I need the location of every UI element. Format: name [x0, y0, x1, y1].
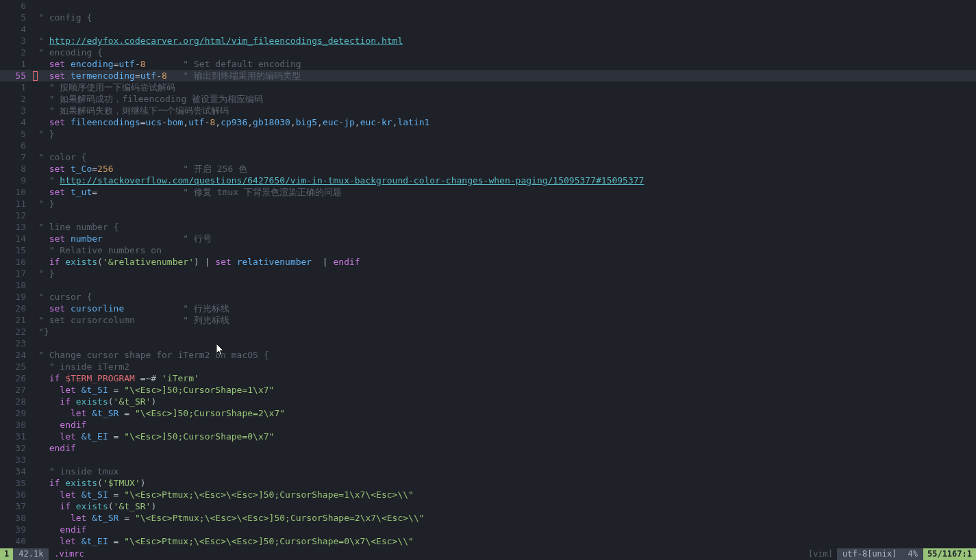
code-content[interactable]: set t_ut= " 修复 tmux 下背景色渲染正确的问题	[38, 186, 976, 198]
code-line[interactable]: 10 set t_ut= " 修复 tmux 下背景色渲染正确的问题	[0, 186, 976, 198]
code-line[interactable]: 12	[0, 209, 976, 221]
code-content[interactable]: set t_Co=256 " 开启 256 色	[38, 163, 976, 175]
code-content[interactable]: set number " 行号	[38, 233, 976, 244]
code-line[interactable]: 13" line number {	[0, 221, 976, 233]
code-line[interactable]: 39 endif	[0, 524, 976, 535]
code-content[interactable]: endif	[38, 442, 976, 454]
code-line[interactable]: 3" http://edyfox.codecarver.org/html/vim…	[0, 35, 976, 47]
code-content[interactable]: " line number {	[38, 221, 976, 233]
code-content[interactable]: let &t_SI = "\<Esc>]50;CursorShape=1\x7"	[38, 384, 976, 396]
code-content[interactable]: let &t_EI = "\<Esc>Ptmux;\<Esc>\<Esc>]50…	[38, 535, 976, 547]
code-line[interactable]: 5" }	[0, 128, 976, 140]
code-line[interactable]: 55 set termencoding=utf-8 " 输出到终端采用的编码类型	[0, 70, 976, 81]
editor[interactable]: 65" config {43" http://edyfox.codecarver…	[0, 0, 976, 560]
code-line[interactable]: 31 let &t_EI = "\<Esc>]50;CursorShape=0\…	[0, 431, 976, 442]
code-line[interactable]: 38 let &t_SR = "\<Esc>Ptmux;\<Esc>\<Esc>…	[0, 512, 976, 524]
code-content[interactable]: " }	[38, 268, 976, 279]
code-area[interactable]: 65" config {43" http://edyfox.codecarver…	[0, 0, 976, 560]
code-content[interactable]: endif	[38, 419, 976, 431]
sign-column	[33, 268, 38, 279]
code-line[interactable]: 18	[0, 279, 976, 291]
code-line[interactable]: 37 if exists('&t_SR')	[0, 500, 976, 512]
code-line[interactable]: 24" Change cursor shape for iTerm2 on ma…	[0, 349, 976, 361]
code-content[interactable]: " }	[38, 128, 976, 140]
code-line[interactable]: 30 endif	[0, 419, 976, 431]
code-content[interactable]: if exists('&t_SR')	[38, 500, 976, 512]
code-content[interactable]: " inside tmux	[38, 466, 976, 477]
code-content[interactable]	[38, 23, 976, 35]
code-line[interactable]: 23	[0, 338, 976, 349]
code-content[interactable]: set termencoding=utf-8 " 输出到终端采用的编码类型	[38, 70, 976, 81]
code-line[interactable]: 26 if $TERM_PROGRAM =~# 'iTerm'	[0, 372, 976, 384]
code-line[interactable]: 2" encoding {	[0, 47, 976, 58]
code-content[interactable]: if exists('&t_SR')	[38, 396, 976, 407]
code-line[interactable]: 32 endif	[0, 442, 976, 454]
code-line[interactable]: 36 let &t_SI = "\<Esc>Ptmux;\<Esc>\<Esc>…	[0, 489, 976, 500]
code-content[interactable]: if $TERM_PROGRAM =~# 'iTerm'	[38, 372, 976, 384]
sign-column	[33, 93, 38, 105]
code-content[interactable]	[38, 338, 976, 349]
code-content[interactable]	[38, 279, 976, 291]
code-line[interactable]: 11" }	[0, 198, 976, 209]
code-content[interactable]: set encoding=utf-8 " Set default encodin…	[38, 58, 976, 70]
code-line[interactable]: 3 " 如果解码失败，则继续下一个编码尝试解码	[0, 105, 976, 116]
code-line[interactable]: 25 " inside iTerm2	[0, 361, 976, 372]
code-line[interactable]: 22"}	[0, 326, 976, 338]
code-content[interactable]: " set cursorcolumn " 列光标线	[38, 314, 976, 326]
code-content[interactable]: " config {	[38, 12, 976, 23]
code-line[interactable]: 21" set cursorcolumn " 列光标线	[0, 314, 976, 326]
code-line[interactable]: 29 let &t_SR = "\<Esc>]50;CursorShape=2\…	[0, 407, 976, 419]
code-content[interactable]	[38, 0, 976, 12]
code-content[interactable]: " inside iTerm2	[38, 361, 976, 372]
code-content[interactable]: let &t_EI = "\<Esc>]50;CursorShape=0\x7"	[38, 431, 976, 442]
code-line[interactable]: 19" cursor {	[0, 291, 976, 303]
code-content[interactable]: " 如果解码成功，fileencoding 被设置为相应编码	[38, 93, 976, 105]
code-content[interactable]: " encoding {	[38, 47, 976, 58]
code-line[interactable]: 40 let &t_EI = "\<Esc>Ptmux;\<Esc>\<Esc>…	[0, 535, 976, 547]
code-content[interactable]: " 如果解码失败，则继续下一个编码尝试解码	[38, 105, 976, 116]
code-line[interactable]: 9 " http://stackoverflow.com/questions/6…	[0, 175, 976, 186]
code-content[interactable]: let &t_SI = "\<Esc>Ptmux;\<Esc>\<Esc>]50…	[38, 489, 976, 500]
code-line[interactable]: 4	[0, 23, 976, 35]
code-line[interactable]: 5" config {	[0, 12, 976, 23]
code-content[interactable]: let &t_SR = "\<Esc>]50;CursorShape=2\x7"	[38, 407, 976, 419]
code-line[interactable]: 7" color {	[0, 151, 976, 163]
code-line[interactable]: 35 if exists('$TMUX')	[0, 477, 976, 489]
code-content[interactable]: "}	[38, 326, 976, 338]
code-line[interactable]: 14 set number " 行号	[0, 233, 976, 244]
code-line[interactable]: 15 " Relative numbers on	[0, 244, 976, 256]
code-content[interactable]: set cursorline " 行光标线	[38, 303, 976, 314]
code-content[interactable]: let &t_SR = "\<Esc>Ptmux;\<Esc>\<Esc>]50…	[38, 512, 976, 524]
code-content[interactable]: " http://stackoverflow.com/questions/642…	[38, 175, 976, 186]
code-line[interactable]: 4 set fileencodings=ucs-bom,utf-8,cp936,…	[0, 116, 976, 128]
code-content[interactable]: " cursor {	[38, 291, 976, 303]
code-content[interactable]: set fileencodings=ucs-bom,utf-8,cp936,gb…	[38, 116, 976, 128]
code-content[interactable]	[38, 454, 976, 466]
code-content[interactable]: " Change cursor shape for iTerm2 on macO…	[38, 349, 976, 361]
code-line[interactable]: 20 set cursorline " 行光标线	[0, 303, 976, 314]
sign-column	[33, 372, 38, 384]
code-line[interactable]: 2 " 如果解码成功，fileencoding 被设置为相应编码	[0, 93, 976, 105]
code-content[interactable]: if exists('$TMUX')	[38, 477, 976, 489]
code-content[interactable]	[38, 209, 976, 221]
sign-column	[33, 361, 38, 372]
code-line[interactable]: 6	[0, 0, 976, 12]
code-content[interactable]: " Relative numbers on	[38, 244, 976, 256]
code-line[interactable]: 17" }	[0, 268, 976, 279]
code-line[interactable]: 6	[0, 140, 976, 151]
code-line[interactable]: 16 if exists('&relativenumber') | set re…	[0, 256, 976, 268]
code-content[interactable]	[38, 140, 976, 151]
code-line[interactable]: 1 " 按顺序使用一下编码尝试解码	[0, 81, 976, 93]
code-content[interactable]: " }	[38, 198, 976, 209]
code-line[interactable]: 1 set encoding=utf-8 " Set default encod…	[0, 58, 976, 70]
code-line[interactable]: 33	[0, 454, 976, 466]
code-content[interactable]: if exists('&relativenumber') | set relat…	[38, 256, 976, 268]
code-content[interactable]: " color {	[38, 151, 976, 163]
code-content[interactable]: " 按顺序使用一下编码尝试解码	[38, 81, 976, 93]
code-content[interactable]: endif	[38, 524, 976, 535]
code-line[interactable]: 28 if exists('&t_SR')	[0, 396, 976, 407]
code-line[interactable]: 27 let &t_SI = "\<Esc>]50;CursorShape=1\…	[0, 384, 976, 396]
code-line[interactable]: 8 set t_Co=256 " 开启 256 色	[0, 163, 976, 175]
code-content[interactable]: " http://edyfox.codecarver.org/html/vim_…	[38, 35, 976, 47]
code-line[interactable]: 34 " inside tmux	[0, 466, 976, 477]
